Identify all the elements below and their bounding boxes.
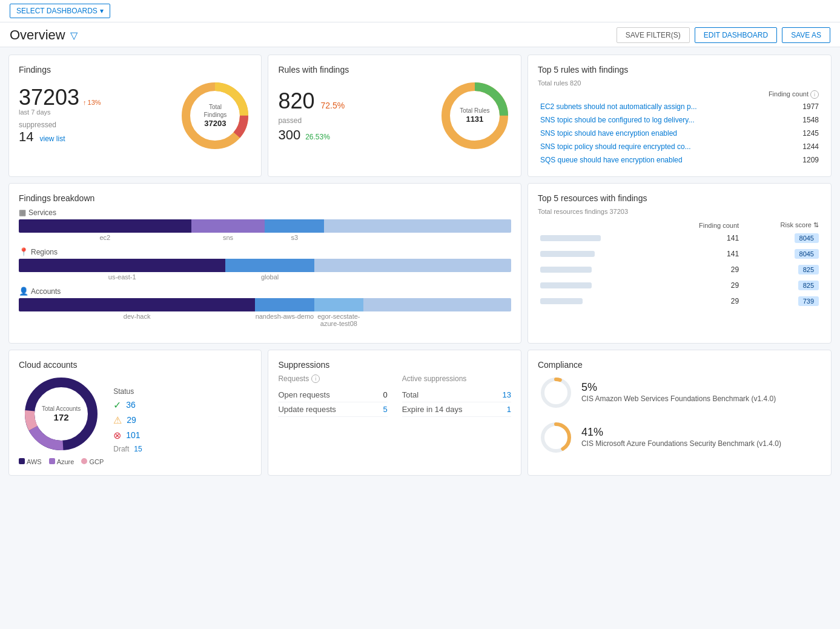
top5rules-card: Top 5 rules with findings Total rules 82… [527, 55, 832, 177]
top5resources-row: 29 825 [538, 262, 821, 278]
findings-donut-label: Total Findings 37203 [197, 103, 233, 129]
header-actions: SAVE FILTER(S) EDIT DASHBOARD SAVE AS [617, 27, 830, 43]
info-icon: i [810, 90, 819, 99]
suppressed-label: suppressed [19, 121, 101, 129]
compliance-item: 41% CIS Microsoft Azure Foundations Secu… [538, 419, 821, 456]
accounts-icon: 👤 [19, 287, 28, 296]
passed-pct: 26.53% [305, 133, 330, 141]
error-count: 101 [126, 430, 140, 440]
services-bar-s3 [265, 219, 324, 233]
compliance-name: CIS Microsoft Azure Foundations Security… [581, 439, 781, 449]
rule-name[interactable]: SNS topic should have encryption enabled [538, 127, 749, 140]
rule-name[interactable]: EC2 subnets should not automatically ass… [538, 100, 749, 113]
rules-content: 820 72.5% passed 300 26.53% Total Rules [278, 79, 511, 152]
rule-count: 1548 [749, 113, 821, 127]
regions-bar-useast [19, 259, 225, 272]
compliance-info: 41% CIS Microsoft Azure Foundations Secu… [581, 426, 781, 449]
error-icon: ⊗ [113, 430, 121, 441]
cloud-donut-area: Total Accounts 172 AWS Azure GCP [19, 374, 104, 465]
rules-donut: Total Rules 1131 [438, 79, 511, 152]
compliance-title: Compliance [538, 360, 821, 370]
draft-label: Draft [113, 445, 129, 453]
total-value: 13 [502, 390, 511, 399]
rules-card: Rules with findings 820 72.5% passed 300… [268, 55, 521, 177]
compliance-donut-svg [538, 419, 574, 456]
up-arrow-icon: ↑ [83, 99, 87, 106]
edit-dashboard-button[interactable]: EDIT DASHBOARD [695, 27, 777, 43]
suppressions-title: Suppressions [278, 360, 511, 370]
svg-point-8 [543, 379, 569, 406]
save-as-button[interactable]: SAVE AS [782, 27, 830, 43]
suppressions-grid: Requests i Open requests 0 Update reques… [278, 374, 511, 417]
accounts-bar-egor [314, 298, 363, 311]
compliance-donut-1 [538, 419, 574, 456]
status-check-row: ✓ 36 [113, 399, 251, 411]
top5rules-row: SNS topic should be configured to log de… [538, 113, 821, 127]
top5resources-row: 29 825 [538, 278, 821, 293]
findings-card: Findings 37203 ↑ 13% last 7 days suppres… [8, 55, 262, 177]
services-label-sns: sns [191, 234, 265, 241]
resource-name [538, 293, 658, 309]
breakdown-card: Findings breakdown ▦ Services ec2 sns s3 [8, 183, 521, 344]
requests-section: Requests i Open requests 0 Update reques… [278, 374, 387, 417]
services-label-s3: s3 [265, 234, 324, 241]
save-filters-button[interactable]: SAVE FILTER(S) [617, 27, 690, 43]
compliance-donut-0 [538, 374, 574, 411]
regions-label-useast: us-east-1 [19, 273, 225, 281]
compliance-items: 5% CIS Amazon Web Services Foundations B… [538, 374, 821, 456]
top-bar: SELECT DASHBOARDS ▾ [0, 0, 840, 22]
findings-count: 37203 [19, 87, 79, 108]
passed-count: 300 [278, 127, 300, 143]
page-title: Overview [10, 27, 65, 43]
top5rules-subtitle: Total rules 820 [538, 79, 821, 87]
accounts-label-nandesh: nandesh-aws-demo [255, 313, 314, 327]
regions-icon: 📍 [19, 247, 28, 256]
resource-count: 141 [658, 230, 741, 246]
top5resources-row: 141 8045 [538, 246, 821, 262]
resource-risk: 825 [741, 262, 821, 278]
chevron-down-icon: ▾ [100, 7, 104, 15]
risk-sort-icon[interactable]: ⇅ [813, 221, 819, 228]
rules-title: Rules with findings [278, 65, 511, 75]
rules-pct: 72.5% [321, 101, 345, 110]
resource-count: 29 [658, 293, 741, 309]
resource-risk: 8045 [741, 246, 821, 262]
rule-count: 1244 [749, 140, 821, 153]
filter-icon[interactable]: ▽ [70, 30, 78, 41]
compliance-card: Compliance 5% CIS Amazon Web Services Fo… [527, 350, 832, 476]
accounts-bar-nandesh [255, 298, 314, 311]
rule-name[interactable]: SNS topic should be configured to log de… [538, 113, 749, 127]
gcp-legend: GCP [81, 458, 104, 465]
accounts-bar-devhack [19, 298, 255, 311]
rule-count: 1245 [749, 127, 821, 140]
select-dashboards-button[interactable]: SELECT DASHBOARDS ▾ [10, 4, 110, 18]
expire-row: Expire in 14 days 1 [402, 402, 511, 417]
status-error-row: ⊗ 101 [113, 430, 251, 441]
accounts-section: 👤 Accounts dev-hack nandesh-aws-demo ego… [19, 287, 511, 327]
accounts-bar-labels: dev-hack nandesh-aws-demo egor-secstate-… [19, 313, 511, 327]
rule-name[interactable]: SNS topic policy should require encrypte… [538, 140, 749, 153]
top5resources-subtitle: Total resources findings 37203 [538, 208, 821, 215]
services-label: ▦ Services [19, 208, 511, 217]
finding-count-header: Finding count [769, 90, 809, 98]
draft-row: Draft 15 [113, 445, 251, 453]
top5rules-row: SNS topic policy should require encrypte… [538, 140, 821, 153]
top5resources-row: 141 8045 [538, 230, 821, 246]
findings-change: ↑ 13% [83, 99, 101, 106]
cloud-donut-label: Total Accounts 172 [42, 405, 81, 422]
regions-bar-labels: us-east-1 global [19, 273, 511, 281]
top5rules-title: Top 5 rules with findings [538, 65, 821, 75]
services-bar-sns [191, 219, 265, 233]
compliance-info: 5% CIS Amazon Web Services Foundations B… [581, 381, 776, 404]
compliance-item: 5% CIS Amazon Web Services Foundations B… [538, 374, 821, 411]
regions-bar-other [314, 259, 511, 272]
view-list-link[interactable]: view list [39, 135, 65, 143]
services-icon: ▦ [19, 208, 26, 217]
rule-name[interactable]: SQS queue should have encryption enabled [538, 153, 749, 167]
draft-count: 15 [134, 445, 142, 453]
update-requests-row: Update requests 5 [278, 402, 387, 417]
resources-finding-count-header: Finding count [699, 222, 739, 229]
regions-label-global: global [225, 273, 314, 281]
top5rules-table: Finding count i EC2 subnets should not a… [538, 89, 821, 167]
resources-risk-score-header: Risk score [781, 221, 812, 228]
